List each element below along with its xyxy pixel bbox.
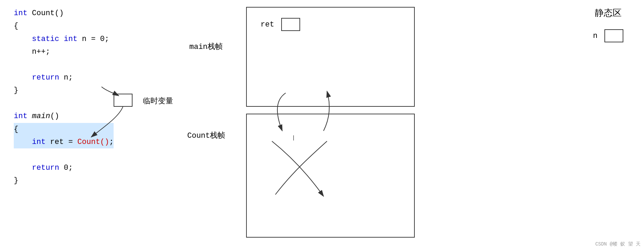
code-line-5 — [14, 59, 114, 71]
code-block: int Count() { static int n = 0; n++; ret… — [14, 7, 114, 187]
code-line-2: { — [14, 20, 114, 32]
count-frame-box — [246, 114, 415, 238]
n-label: n — [593, 32, 598, 40]
main-frame-box: ret — [246, 7, 415, 107]
code-line-1: int Count() — [14, 7, 114, 20]
static-n-row: n — [593, 29, 623, 42]
keyword-static: static — [32, 35, 59, 43]
keyword-int-2: int — [64, 35, 77, 43]
static-area: 静态区 n — [593, 7, 623, 42]
code-line-12 — [14, 148, 114, 161]
n-box — [604, 29, 623, 42]
count-frame-label: Count栈帧 — [187, 130, 225, 140]
temp-variable-label: 临时变量 — [143, 96, 173, 106]
func-main: main — [32, 112, 50, 121]
code-line-6: return n; — [14, 71, 114, 84]
code-line-8 — [14, 97, 114, 110]
code-line-11: int ret = Count(); — [14, 136, 114, 148]
static-area-title: 静态区 — [593, 7, 623, 19]
keyword-return-1: return — [32, 73, 59, 82]
keyword-int-1: int — [14, 9, 28, 18]
code-line-14: } — [14, 174, 114, 187]
ret-box — [281, 18, 300, 31]
keyword-int-4: int — [32, 138, 46, 146]
code-line-13: return 0; — [14, 162, 114, 174]
keyword-int-3: int — [14, 112, 28, 121]
temp-variable-box — [114, 94, 133, 107]
code-line-3: static int n = 0; — [14, 33, 114, 45]
code-line-10: { — [14, 123, 114, 136]
code-line-9: int main() — [14, 110, 114, 123]
func-count-call: Count() — [77, 138, 109, 146]
keyword-return-2: return — [32, 164, 59, 172]
main-frame-label: main栈帧 — [189, 41, 223, 52]
code-line-7: } — [14, 84, 114, 97]
ret-label: ret — [261, 20, 274, 29]
watermark: CSDN @蝼 蚁 望 天 — [595, 241, 641, 247]
code-line-4: n++; — [14, 45, 114, 58]
